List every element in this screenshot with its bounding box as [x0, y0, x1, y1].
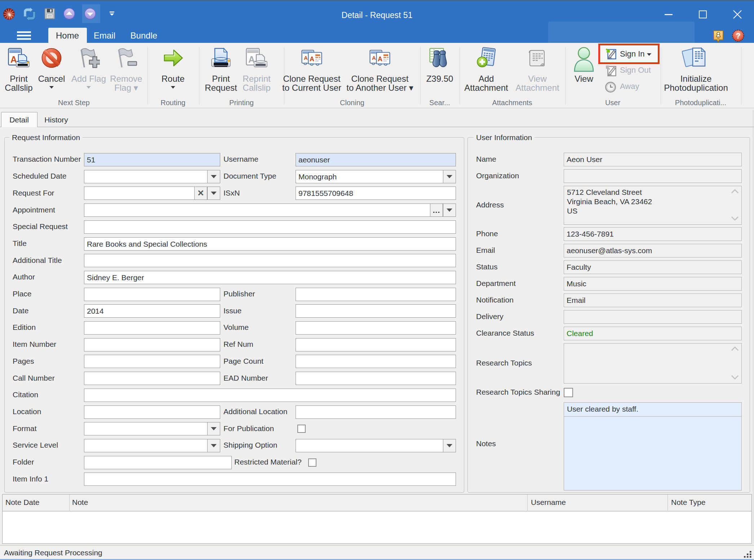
svg-text:A: A [304, 55, 308, 61]
svg-text:?: ? [736, 31, 740, 40]
svg-text:A: A [310, 55, 314, 63]
svg-text:A: A [378, 55, 382, 63]
svg-text:A: A [372, 55, 376, 61]
